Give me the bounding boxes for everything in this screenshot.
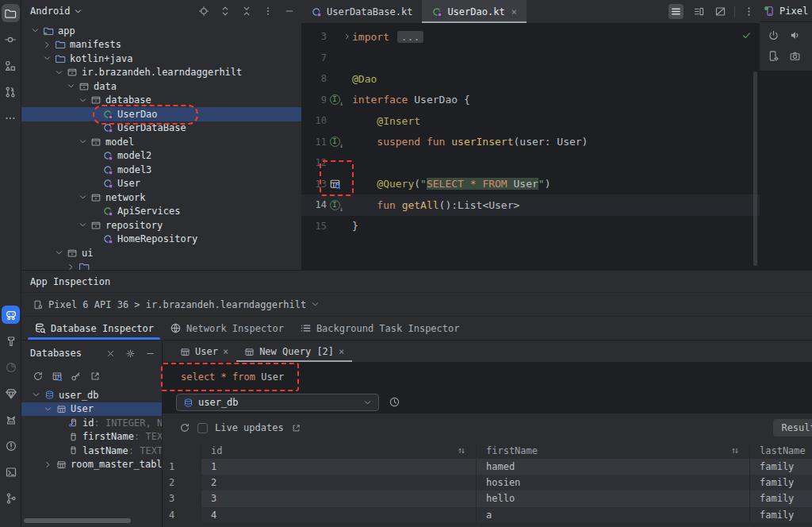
tree-item-ui[interactable]: ui [21, 246, 301, 260]
code-line-12[interactable]: 12 [301, 152, 760, 174]
tree-item-app[interactable]: app [21, 24, 301, 38]
db-tree-item-id[interactable]: id : INTEGER, NO [21, 416, 163, 430]
volume-icon[interactable] [789, 29, 801, 41]
code-line-3[interactable]: 3import ... [301, 26, 760, 48]
locate-icon[interactable] [198, 6, 209, 17]
pull-requests-button[interactable] [2, 83, 20, 101]
results-row-3[interactable]: 33hellofamily [163, 490, 812, 506]
tree-item-partial[interactable] [21, 260, 301, 271]
new-query-tab-icon[interactable] [52, 371, 63, 382]
expand-all-icon[interactable] [220, 6, 231, 17]
results-row-1[interactable]: 11hamedfamily [163, 459, 812, 475]
hide-panel-icon[interactable] [145, 348, 155, 359]
code-line-7[interactable]: 7 [301, 48, 760, 69]
fold-chevron-icon[interactable] [343, 33, 352, 40]
results-row-2[interactable]: 22hosienfamily [163, 475, 812, 490]
results-button[interactable]: Results [773, 419, 812, 437]
project-view-selector[interactable]: Android [30, 6, 82, 17]
open-in-new-icon[interactable] [291, 423, 301, 433]
room-query-gutter-icon[interactable] [329, 178, 341, 190]
code-line-14[interactable]: 14I↓ fun getAll():List<User> [301, 194, 760, 216]
tree-item-kotlin+java[interactable]: kotlin+java [21, 52, 301, 66]
gear-icon[interactable] [125, 348, 136, 359]
column-header-id[interactable]: id [201, 442, 476, 459]
editor-tab-userdao-kt[interactable]: UserDao.kt× [422, 0, 526, 23]
interface-gutter-icon[interactable]: I↓ [327, 137, 343, 147]
profiler-button[interactable] [2, 358, 20, 376]
export-icon[interactable] [90, 371, 101, 382]
problems-button[interactable] [2, 437, 20, 455]
options-kebab-icon[interactable] [262, 6, 274, 17]
commit-button[interactable] [2, 30, 20, 48]
tree-item-database[interactable]: database [21, 94, 301, 108]
db-tree-item-User[interactable]: User [21, 402, 163, 417]
app-inspection-button[interactable] [2, 306, 20, 324]
table-query-gutter-icon[interactable] [327, 178, 343, 190]
split-view-icon[interactable] [693, 6, 705, 17]
tree-item-UserDataBase[interactable]: UserDataBase [21, 121, 301, 136]
db-tree-item-lastName[interactable]: lastName : TEXT, [21, 444, 163, 458]
logcat-button[interactable] [2, 410, 20, 429]
tree-item-model3[interactable]: model3 [21, 163, 301, 177]
code-area[interactable]: 3import ...78@Dao9I↓interface UserDao {1… [301, 24, 760, 270]
tree-item-data[interactable]: data [21, 79, 301, 94]
editor-options-icon[interactable] [743, 6, 755, 17]
more-tool-windows-button[interactable] [2, 109, 20, 127]
tree-item-UserDao[interactable]: UserDao [21, 107, 301, 121]
device-settings-icon[interactable] [768, 50, 779, 62]
code-line-13[interactable]: 13 @Query("SELECT * FROM User") [301, 174, 760, 195]
results-row-4[interactable]: 44afamily [163, 507, 812, 522]
tree-item-User[interactable]: User [21, 177, 301, 191]
process-selector[interactable]: Pixel 6 API 36 > ir.brazandeh.learndagge… [21, 292, 812, 317]
close-tab-icon[interactable]: × [223, 346, 228, 357]
close-icon[interactable] [105, 348, 116, 359]
database-selector-dropdown[interactable]: user_db [176, 394, 379, 411]
project-folder-button[interactable] [2, 4, 20, 22]
db-tree-item-firstName[interactable]: firstName : TEXT [21, 430, 163, 444]
tree-item-repository[interactable]: repository [21, 218, 301, 233]
running-device-tab[interactable]: Pixel 6 API 36 [760, 0, 812, 22]
version-control-button[interactable] [2, 489, 20, 507]
db-tree-item-user_db[interactable]: user_db [21, 388, 163, 402]
editor-scrollbar[interactable] [753, 71, 757, 266]
sort-icon[interactable] [457, 446, 466, 456]
db-tree-item-room_master_table[interactable]: room_master_table [21, 458, 163, 472]
build-button[interactable] [2, 332, 20, 350]
column-header-lastName[interactable]: lastName [749, 442, 812, 459]
column-header-firstName[interactable]: firstName [476, 442, 749, 459]
code-line-15[interactable]: 15} [301, 216, 760, 237]
tree-item-network[interactable]: network [21, 190, 301, 205]
app-quality-insights-button[interactable] [2, 384, 20, 402]
tree-item-model[interactable]: model [21, 135, 301, 149]
interface-gutter-icon[interactable]: I↓ [327, 200, 343, 210]
sort-icon[interactable] [730, 446, 740, 456]
tree-item-manifests[interactable]: manifests [21, 38, 301, 52]
live-updates-checkbox[interactable] [197, 423, 208, 433]
query-tab-new-query-2-[interactable]: New Query [2]× [236, 341, 352, 362]
horizontal-scrollbar[interactable] [24, 518, 131, 523]
hide-panel-icon[interactable] [284, 6, 295, 17]
refresh-schema-icon[interactable] [33, 371, 44, 382]
query-editor[interactable]: select * from User user_db [163, 363, 812, 414]
power-icon[interactable] [768, 29, 779, 41]
tab-network-inspector[interactable]: Network Inspector [162, 317, 292, 340]
code-line-11[interactable]: 11I↓ suspend fun userInsert(user: User) [301, 132, 760, 153]
query-tab-user[interactable]: User× [172, 341, 236, 362]
collapse-all-icon[interactable] [241, 6, 252, 17]
tab-background-task-inspector[interactable]: Background Task Inspector [292, 317, 468, 340]
keep-connections-open-icon[interactable] [71, 371, 82, 382]
code-line-10[interactable]: 10 @Insert [301, 110, 760, 132]
query-history-icon[interactable] [389, 396, 400, 408]
editor-tab-userdatabase-kt[interactable]: UserDataBase.kt [301, 0, 422, 23]
tab-database-inspector[interactable]: Database Inspector [26, 317, 162, 340]
tree-item-model2[interactable]: model2 [21, 149, 301, 163]
screenshot-icon[interactable] [789, 50, 801, 62]
image-preview-icon[interactable] [714, 6, 726, 17]
code-line-9[interactable]: 9I↓interface UserDao { [301, 90, 760, 111]
resource-manager-button[interactable] [2, 56, 20, 75]
tree-item-ir.brazandeh.learndaggerhilt[interactable]: ir.brazandeh.learndaggerhilt [21, 66, 301, 80]
tree-item-ApiServices[interactable]: ApiServices [21, 205, 301, 219]
tree-item-HomeRepository[interactable]: HomeRepository [21, 233, 301, 247]
terminal-button[interactable] [2, 463, 20, 481]
interface-gutter-icon[interactable]: I↓ [327, 94, 343, 105]
